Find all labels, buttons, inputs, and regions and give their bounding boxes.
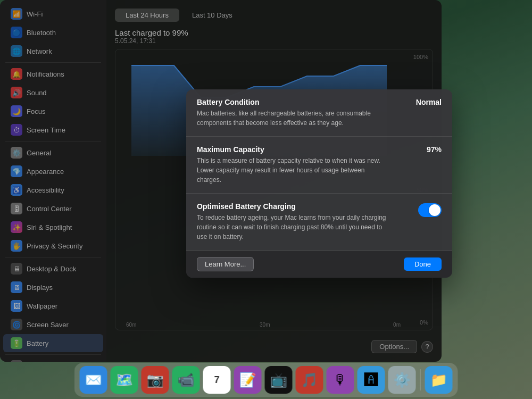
dock-icon-systemprefs[interactable]: ⚙️	[388, 366, 416, 394]
dock-icon-calendar[interactable]: 7	[203, 366, 231, 394]
modal-condition-text: Battery Condition Mac batteries, like al…	[197, 98, 388, 128]
modal-section-charging: Optimised Battery Charging To reduce bat…	[186, 194, 452, 251]
dock-icon-finder[interactable]: 📁	[425, 366, 453, 394]
dock-icon-photos[interactable]: 📷	[142, 366, 169, 394]
optimised-charging-toggle[interactable]	[418, 203, 442, 217]
dock-icon-music[interactable]: 🎵	[296, 366, 323, 394]
modal-capacity-desc: This is a measure of battery capacity re…	[197, 156, 388, 185]
battery-condition-modal: Battery Condition Mac batteries, like al…	[186, 89, 452, 278]
modal-charging-text: Optimised Battery Charging To reduce bat…	[197, 202, 388, 242]
dock-divider	[420, 369, 421, 390]
modal-charging-desc: To reduce battery ageing, your Mac learn…	[197, 213, 388, 242]
done-button[interactable]: Done	[404, 257, 442, 271]
modal-charging-row: Optimised Battery Charging To reduce bat…	[197, 202, 442, 242]
modal-overlay: Battery Condition Mac batteries, like al…	[0, 0, 532, 399]
modal-condition-value: Normal	[416, 98, 442, 106]
modal-capacity-value: 97%	[427, 145, 442, 154]
modal-footer: Learn More... Done	[186, 251, 452, 278]
modal-section-capacity: Maximum Capacity This is a measure of ba…	[186, 137, 452, 194]
modal-charging-title: Optimised Battery Charging	[197, 202, 388, 211]
dock-icon-appstore[interactable]: 🅰	[358, 366, 385, 394]
modal-condition-title: Battery Condition	[197, 98, 388, 106]
dock-icon-podcasts[interactable]: 🎙	[327, 366, 354, 394]
learn-more-button[interactable]: Learn More...	[197, 257, 254, 271]
modal-condition-desc: Mac batteries, like all rechargeable bat…	[197, 109, 388, 128]
dock-icon-app1[interactable]: 📝	[234, 366, 262, 394]
modal-capacity-text: Maximum Capacity This is a measure of ba…	[197, 145, 388, 185]
modal-capacity-title: Maximum Capacity	[197, 145, 388, 154]
dock-icon-appletv[interactable]: 📺	[265, 366, 293, 394]
modal-section-condition: Battery Condition Mac batteries, like al…	[186, 89, 452, 137]
dock-icon-maps[interactable]: 🗺️	[111, 366, 138, 394]
dock-icon-facetime[interactable]: 📹	[172, 366, 200, 394]
modal-condition-row: Battery Condition Mac batteries, like al…	[197, 98, 442, 128]
dock-icon-mail[interactable]: ✉️	[80, 366, 107, 394]
dock: ✉️ 🗺️ 📷 📹 7 📝 📺 🎵 🎙 🅰 ⚙️ 📁	[74, 363, 458, 397]
modal-capacity-row: Maximum Capacity This is a measure of ba…	[197, 145, 442, 185]
